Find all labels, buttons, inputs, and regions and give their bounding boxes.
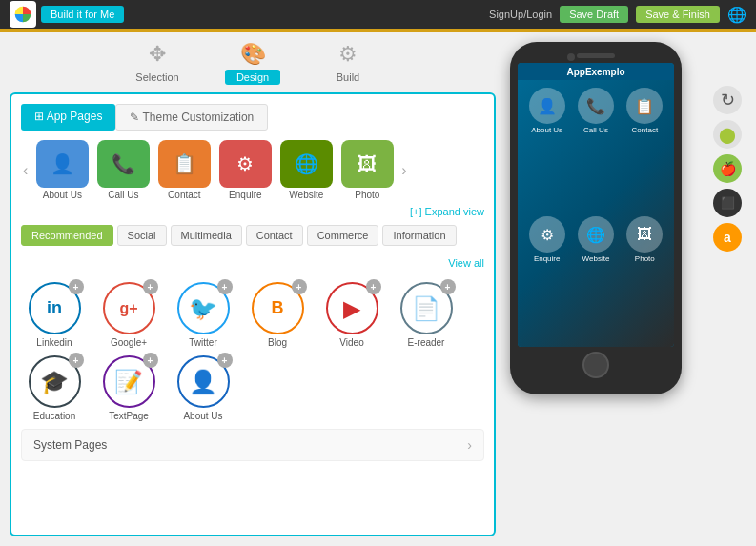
phone-home-button[interactable] <box>582 352 609 378</box>
tab-build[interactable]: ⚙ Build <box>310 42 386 85</box>
person-icon: 👤 <box>51 152 74 175</box>
tab-design[interactable]: 🎨 Design <box>215 42 291 85</box>
website-icon: 🌐 <box>295 152 318 175</box>
app-pages-label: App Pages <box>47 110 103 123</box>
app-icon-callus[interactable]: 📞 Call Us <box>94 140 152 200</box>
addon-googleplus-label: Google+ <box>111 337 147 348</box>
ios-button[interactable]: 🍎 <box>713 154 742 183</box>
addon-video-label: Video <box>339 337 363 348</box>
phone-btn-website: 🌐 Website <box>574 216 617 339</box>
right-arrow-icon[interactable]: › <box>399 162 408 179</box>
addon-aboutus[interactable]: 👤 + About Us <box>170 355 236 421</box>
app-icon-contact[interactable]: 📋 Contact <box>155 140 213 200</box>
addon-grid: in + Linkedin g+ + Google+ 🐦 + <box>21 282 484 421</box>
addon-blog[interactable]: B + Blog <box>244 282 311 348</box>
phone-icon-contact: 📋 <box>626 88 663 124</box>
left-panel: ✥ Selection 🎨 Design ⚙ Build ⊞ App Pages <box>10 42 496 536</box>
app-icon-enquire[interactable]: ⚙ Enquire <box>216 140 274 200</box>
filter-recommended[interactable]: Recommended <box>21 225 113 246</box>
app-pages-tab[interactable]: ⊞ App Pages <box>21 104 115 131</box>
logo-icon <box>10 1 36 28</box>
design-label: Design <box>225 70 280 85</box>
amazon-button[interactable]: a <box>713 223 742 252</box>
website-icon-label: Website <box>289 190 323 200</box>
addon-video[interactable]: ▶ + Video <box>318 282 385 348</box>
app-icon-aboutus[interactable]: 👤 About Us <box>33 140 91 200</box>
theme-label: Theme Customization <box>143 111 255 124</box>
filter-commerce[interactable]: Commerce <box>307 225 379 246</box>
addon-textpage[interactable]: 📝 + TextPage <box>95 355 162 421</box>
right-panel: AppExemplo 👤 About Us 📞 Call Us 📋 Contac… <box>510 42 682 536</box>
language-icon[interactable]: 🌐 <box>727 6 746 24</box>
contact-icon: 📋 <box>173 152 196 175</box>
about-us-icon-button[interactable]: 👤 <box>36 140 89 188</box>
photo-icon-button[interactable]: 🖼 <box>341 140 394 188</box>
addon-linkedin[interactable]: in + Linkedin <box>21 282 88 348</box>
phone-btn-enquire: ⚙ Enquire <box>525 216 568 339</box>
phone-btn-photo: 🖼 Photo <box>623 216 666 339</box>
call-us-icon-button[interactable]: 📞 <box>97 140 150 188</box>
addon-aboutus-wrap: 👤 + <box>177 355 230 408</box>
build-icon: ⚙ <box>338 42 358 67</box>
app-icon-website[interactable]: 🌐 Website <box>277 140 335 200</box>
phone-label-aboutus: About Us <box>531 126 562 134</box>
contact-icon-button[interactable]: 📋 <box>158 140 211 188</box>
addon-twitter-label: Twitter <box>189 337 216 348</box>
phone-label-website: Website <box>582 254 610 263</box>
side-icons-list: ↻ ⬤ 🍎 ⬛ a <box>713 86 742 252</box>
refresh-button[interactable]: ↻ <box>713 86 742 114</box>
save-finish-button[interactable]: Save & Finish <box>636 6 720 23</box>
app-icon-photo[interactable]: 🖼 Photo <box>338 140 396 200</box>
addon-plus-icon: + <box>143 279 158 294</box>
phone-speaker <box>577 53 615 58</box>
phone-icon-aboutus: 👤 <box>529 88 565 124</box>
theme-customization-tab[interactable]: ✎ Theme Customization <box>115 104 268 131</box>
signup-login-link[interactable]: SignUp/Login <box>489 9 552 20</box>
design-icon: 🎨 <box>240 42 266 67</box>
phone-btn-aboutus: 👤 About Us <box>525 88 568 211</box>
addon-education[interactable]: 🎓 + Education <box>21 355 88 421</box>
expand-view-link[interactable]: [+] Expand view <box>21 206 484 217</box>
enquire-icon: ⚙ <box>236 152 254 175</box>
page-tabs: ⊞ App Pages ✎ Theme Customization <box>21 104 484 131</box>
addon-ereader-wrap: 📄 + <box>400 282 453 334</box>
addon-linkedin-label: Linkedin <box>36 337 72 348</box>
tab-selection[interactable]: ✥ Selection <box>119 42 195 85</box>
phone-btn-callus: 📞 Call Us <box>574 88 617 211</box>
app-icons-row: ‹ 👤 About Us 📞 Call Us 📋 <box>21 140 484 200</box>
phone-camera <box>567 53 575 61</box>
theme-icon: ✎ <box>130 111 139 124</box>
addon-plus-icon: + <box>217 353 233 368</box>
call-us-icon-label: Call Us <box>108 190 138 200</box>
filter-information[interactable]: Information <box>382 225 456 246</box>
filter-tabs: Recommended Social Multimedia Contact Co… <box>21 225 484 276</box>
website-icon-button[interactable]: 🌐 <box>280 140 333 188</box>
view-all-link[interactable]: View all <box>448 250 484 276</box>
blackberry-button[interactable]: ⬛ <box>713 189 742 217</box>
save-draft-button[interactable]: Save Draft <box>560 6 628 23</box>
system-pages-row[interactable]: System Pages › <box>21 429 484 461</box>
filter-multimedia[interactable]: Multimedia <box>171 225 242 246</box>
filter-social[interactable]: Social <box>117 225 167 246</box>
photo-icon-label: Photo <box>355 190 379 200</box>
addon-twitter[interactable]: 🐦 + Twitter <box>170 282 236 348</box>
logo-area: Build it for Me <box>10 1 124 28</box>
addon-plus-icon: + <box>440 279 456 294</box>
app-pages-icon: ⊞ <box>34 110 44 123</box>
addon-blog-wrap: B + <box>252 282 304 334</box>
android-button[interactable]: ⬤ <box>713 120 742 149</box>
phone-label-photo: Photo <box>635 254 655 263</box>
left-arrow-icon[interactable]: ‹ <box>21 162 30 179</box>
about-us-icon-label: About Us <box>43 190 82 200</box>
enquire-icon-button[interactable]: ⚙ <box>219 140 272 188</box>
build-it-for-me-button[interactable]: Build it for Me <box>41 6 124 23</box>
phone-label-enquire: Enquire <box>534 254 561 263</box>
addon-ereader[interactable]: 📄 + E-reader <box>393 282 460 348</box>
addon-googleplus[interactable]: g+ + Google+ <box>95 282 162 348</box>
filter-contact[interactable]: Contact <box>246 225 303 246</box>
addon-textpage-wrap: 📝 + <box>103 355 155 408</box>
phone-icon-grid: 👤 About Us 📞 Call Us 📋 Contact ⚙ Enquire <box>518 80 674 347</box>
addon-plus-icon: + <box>292 279 307 294</box>
phone-app-title: AppExemplo <box>566 67 624 77</box>
phone-status-bar: AppExemplo <box>518 63 674 80</box>
